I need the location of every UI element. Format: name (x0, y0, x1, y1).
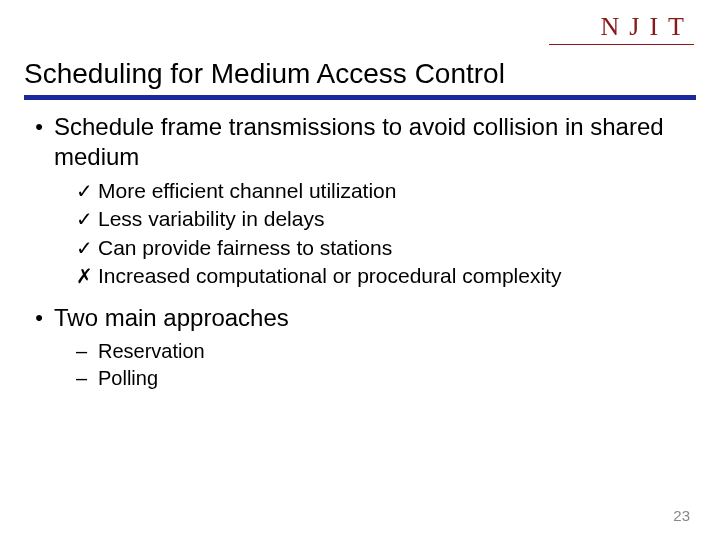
sub-text: More efficient channel utilization (98, 178, 396, 204)
sub-text: Increased computational or procedural co… (98, 263, 561, 289)
dash-list: – Reservation – Polling (76, 339, 696, 391)
sub-list: ✓ More efficient channel utilization ✓ L… (76, 178, 696, 289)
dash-text: Polling (98, 366, 158, 391)
bullet-item: • Schedule frame transmissions to avoid … (24, 112, 696, 172)
bullet-item: • Two main approaches (24, 303, 696, 333)
page-number: 23 (673, 507, 690, 524)
logo-text: NJIT (601, 12, 694, 42)
dash-item: – Polling (76, 366, 696, 391)
dash-text: Reservation (98, 339, 205, 364)
slide-title: Scheduling for Medium Access Control (24, 58, 505, 90)
logo-underline (549, 44, 694, 45)
sub-text: Can provide fairness to stations (98, 235, 392, 261)
title-underline (24, 95, 696, 100)
check-icon: ✓ (76, 235, 98, 261)
bullet-text: Two main approaches (54, 303, 289, 333)
sub-text: Less variability in delays (98, 206, 324, 232)
slide-content: • Schedule frame transmissions to avoid … (24, 112, 696, 393)
sub-item: ✓ More efficient channel utilization (76, 178, 696, 204)
cross-icon: ✗ (76, 263, 98, 289)
check-icon: ✓ (76, 206, 98, 232)
dash-item: – Reservation (76, 339, 696, 364)
bullet-dot-icon: • (24, 303, 54, 333)
sub-item: ✓ Can provide fairness to stations (76, 235, 696, 261)
dash-icon: – (76, 366, 98, 390)
check-icon: ✓ (76, 178, 98, 204)
dash-icon: – (76, 339, 98, 363)
sub-item: ✓ Less variability in delays (76, 206, 696, 232)
bullet-text: Schedule frame transmissions to avoid co… (54, 112, 696, 172)
sub-item: ✗ Increased computational or procedural … (76, 263, 696, 289)
bullet-dot-icon: • (24, 112, 54, 142)
